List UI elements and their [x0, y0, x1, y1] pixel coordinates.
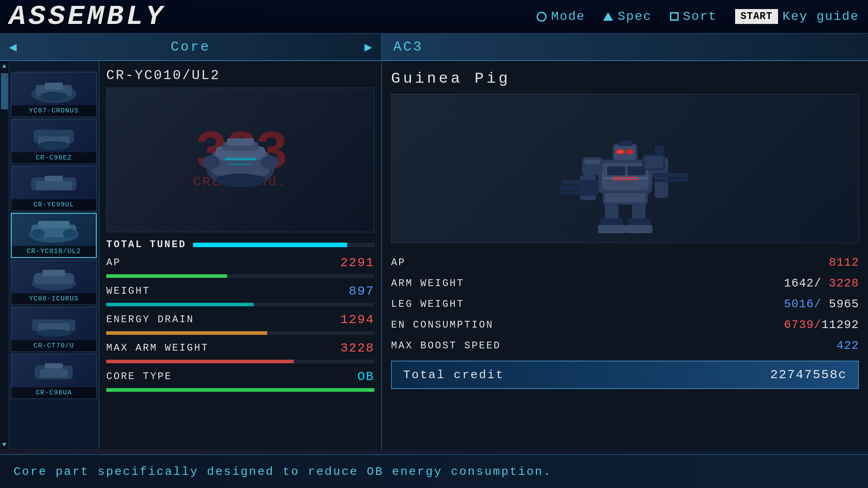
stat-weight-bar: [106, 303, 374, 306]
ac-stat-en-value: 6739/11292: [784, 318, 859, 332]
part-item-0[interactable]: YC07·CRONUS: [11, 72, 97, 117]
svg-point-3: [40, 92, 67, 101]
ac-stat-armweight-label: ARM WEIGHT: [391, 278, 784, 289]
svg-rect-60: [644, 156, 663, 169]
part-item-2[interactable]: CR-YC99UL: [11, 166, 97, 211]
stat-maxarm-value: 3228: [320, 341, 374, 355]
tuned-row: TOTAL TUNED: [106, 239, 374, 250]
nav-sort-label: Sort: [683, 9, 717, 23]
mech-display: [391, 94, 859, 243]
svg-rect-12: [38, 221, 70, 228]
stat-energy-value: 1294: [320, 313, 374, 327]
stat-ap-bar-fill: [106, 274, 227, 278]
ac-stat-legweight-value: 5016/ 5965: [784, 297, 859, 311]
ac-name: Guinea Pig: [391, 70, 859, 87]
svg-rect-44: [607, 166, 625, 175]
nav-mode[interactable]: Mode: [537, 9, 585, 23]
svg-rect-49: [585, 160, 600, 164]
bottom-description: Core part specifically designed to reduc…: [14, 465, 552, 479]
part-item-5[interactable]: CR-CT70/U: [11, 307, 97, 352]
svg-rect-55: [560, 186, 596, 190]
part-label-3: CR-YC010/UL2: [12, 246, 96, 257]
svg-point-6: [38, 141, 70, 150]
ac-stat-ap-value: 8112: [829, 256, 859, 269]
svg-rect-23: [45, 363, 63, 369]
header: ASSEMBLY Mode Spec Sort START Key guide: [0, 0, 868, 34]
scrollbar-thumb[interactable]: [1, 73, 8, 109]
svg-rect-17: [42, 270, 65, 276]
ac3-title: AC3: [393, 39, 423, 55]
ac-stat-en-v2: 11292: [821, 318, 859, 332]
svg-rect-57: [652, 173, 689, 178]
svg-point-30: [261, 155, 279, 169]
app-title: ASSEMBLY: [9, 0, 537, 33]
ac-stat-armweight-value: 1642/ 3228: [784, 277, 859, 290]
nav-key-guide[interactable]: START Key guide: [735, 9, 859, 24]
scroll-down-btn[interactable]: ▼: [1, 440, 7, 450]
nav-sort[interactable]: Sort: [670, 9, 717, 23]
part-item-6[interactable]: CR-C98UA: [11, 354, 97, 399]
tuned-label: TUNED: [150, 239, 186, 250]
svg-rect-61: [655, 146, 664, 155]
start-badge: START: [735, 9, 778, 24]
left-panel: ◀ Core ▶ ▲ ▼: [0, 34, 382, 450]
nav-mode-label: Mode: [551, 9, 585, 23]
ac-stats: AP 8112 ARM WEIGHT 1642/ 3228 LEG WEIGHT…: [391, 252, 859, 356]
part-item-3[interactable]: CR-YC010/UL2: [11, 213, 97, 258]
scrollbar[interactable]: ▲ ▼: [0, 61, 9, 450]
content-area: ▲ ▼ YC07·CRONUS: [0, 61, 381, 450]
svg-rect-58: [655, 178, 689, 182]
stat-ap-label: AP: [106, 257, 320, 268]
ac-stat-legweight: LEG WEIGHT 5016/ 5965: [391, 294, 859, 314]
ac-stat-armweight: ARM WEIGHT 1642/ 3228: [391, 273, 859, 294]
right-arrow-icon[interactable]: ▶: [364, 39, 372, 55]
tuned-bar: [193, 243, 374, 247]
stat-coretype-label: CORE TYPE: [106, 371, 320, 382]
mech-image: [544, 101, 707, 236]
svg-rect-9: [45, 176, 63, 181]
stat-maxarm-bar-fill: [106, 360, 294, 363]
stat-energy-row: ENERGY DRAIN 1294: [106, 313, 374, 327]
ac-stat-armweight-v2: 3228: [821, 277, 859, 290]
ac-stat-en-v1: 6739/: [784, 318, 821, 332]
ac-stat-armweight-v1: 1642/: [784, 277, 821, 290]
core-section-header: ◀ Core ▶: [0, 34, 381, 61]
stat-coretype-value: OB: [320, 370, 374, 384]
stat-maxarm-label: MAX ARM WEIGHT: [106, 343, 320, 354]
stat-weight-label: WEIGHT: [106, 286, 320, 297]
svg-point-20: [36, 329, 72, 337]
total-credit-value: 22747558c: [770, 368, 847, 382]
nav-spec[interactable]: Spec: [603, 9, 651, 23]
total-label: TOTAL: [106, 239, 143, 250]
core-image-box: 333 CREST ind.: [106, 88, 374, 232]
triangle-icon: [603, 12, 613, 21]
part-label-6: CR-C98UA: [11, 387, 96, 399]
stat-ap-value: 2291: [320, 256, 374, 270]
svg-point-31: [216, 174, 265, 187]
core-part-name: CR-YC010/UL2: [106, 68, 374, 83]
core-header-title: Core: [24, 39, 358, 55]
stat-energy-bar: [106, 331, 374, 335]
svg-rect-33: [229, 164, 252, 165]
svg-rect-54: [562, 180, 598, 184]
svg-point-13: [31, 229, 45, 238]
main-layout: ◀ Core ▶ ▲ ▼: [0, 34, 868, 450]
nav-spec-label: Spec: [618, 9, 651, 23]
svg-rect-56: [561, 191, 595, 195]
part-item-1[interactable]: CR-C98EZ: [11, 119, 97, 164]
svg-rect-22: [40, 369, 67, 377]
scroll-up-btn[interactable]: ▲: [1, 61, 7, 71]
total-credit-label: Total credit: [403, 368, 770, 382]
circle-icon: [537, 12, 547, 22]
svg-rect-32: [225, 158, 256, 160]
svg-rect-67: [618, 141, 632, 146]
left-arrow-icon[interactable]: ◀: [9, 39, 17, 55]
ac-stat-ap: AP 8112: [391, 252, 859, 273]
stat-coretype-row: CORE TYPE OB: [106, 370, 374, 384]
header-nav: Mode Spec Sort START Key guide: [537, 9, 859, 24]
part-item-4[interactable]: YC08-ICURUS: [11, 260, 97, 305]
total-credit-bar: Total credit 22747558c: [391, 361, 859, 389]
core-part-image: [191, 115, 290, 205]
stat-ap-bar: [106, 274, 374, 278]
stat-coretype-bar: [106, 388, 374, 392]
